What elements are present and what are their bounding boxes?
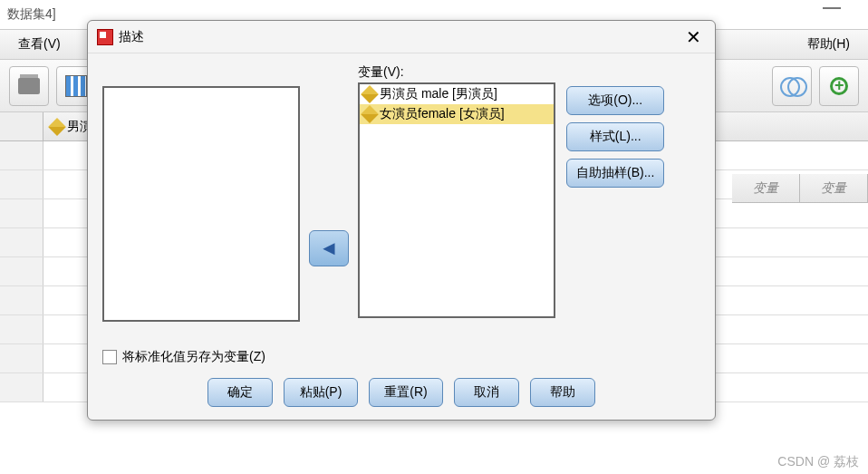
style-button[interactable]: 样式(L)... (566, 122, 664, 151)
describe-dialog: 描述 ✕ ◄ 变量(V): 男演员 male [男演员]女演员female [女… (87, 20, 716, 421)
bootstrap-button[interactable]: 自助抽样(B)... (566, 159, 664, 188)
row-header (0, 199, 43, 227)
dataset-title: 数据集4] (7, 6, 56, 23)
row-header (0, 286, 43, 314)
var-col-2[interactable]: 变量 (800, 174, 868, 202)
app-icon (97, 29, 113, 45)
var-col-1[interactable]: 变量 (732, 174, 800, 202)
row-header (0, 315, 43, 343)
save-z-row: 将标准化值另存为变量(Z) (88, 349, 715, 371)
dialog-buttons: 确定 粘贴(P) 重置(R) 取消 帮助 (88, 371, 715, 420)
arrow-left-icon: ◄ (319, 237, 339, 260)
cancel-button[interactable]: 取消 (454, 378, 519, 407)
menu-help[interactable]: 帮助(H) (807, 36, 850, 53)
move-left-button[interactable]: ◄ (309, 230, 349, 266)
venn-icon (780, 77, 804, 95)
variable-list-wrap: 变量(V): 男演员 male [男演员]女演员female [女演员] (358, 64, 555, 342)
dialog-title-bar: 描述 ✕ (88, 21, 715, 53)
options-button[interactable]: 选项(O)... (566, 86, 664, 115)
dialog-body: ◄ 变量(V): 男演员 male [男演员]女演员female [女演员] 选… (88, 53, 715, 349)
ok-button[interactable]: 确定 (207, 378, 273, 407)
plus-icon (830, 77, 848, 95)
row-header (0, 257, 43, 285)
print-button[interactable] (9, 66, 49, 106)
side-buttons: 选项(O)... 样式(L)... 自助抽样(B)... (566, 86, 664, 342)
variable-list[interactable]: 男演员 male [男演员]女演员female [女演员] (358, 82, 555, 318)
close-button[interactable]: ✕ (680, 24, 706, 50)
columns-icon (65, 75, 87, 97)
help-button[interactable]: 帮助 (530, 378, 595, 407)
save-z-label: 将标准化值另存为变量(Z) (122, 349, 265, 365)
list-item[interactable]: 女演员female [女演员] (360, 104, 554, 124)
reset-button[interactable]: 重置(R) (369, 378, 443, 407)
menu-view[interactable]: 查看(V) (18, 36, 61, 53)
row-header (0, 228, 43, 256)
printer-icon (18, 78, 40, 94)
item-label: 男演员 male [男演员] (380, 86, 497, 102)
venn-button[interactable] (772, 66, 812, 106)
source-list-wrap (102, 86, 300, 342)
scale-icon (361, 85, 379, 103)
item-label: 女演员female [女演员] (380, 106, 505, 122)
paste-button[interactable]: 粘贴(P) (284, 378, 358, 407)
variable-label: 变量(V): (358, 64, 555, 81)
row-header (0, 141, 43, 169)
add-button[interactable] (819, 66, 859, 106)
list-item[interactable]: 男演员 male [男演员] (360, 84, 554, 104)
scale-icon (48, 118, 66, 136)
source-list[interactable] (102, 86, 300, 322)
minimize-icon[interactable] (823, 7, 841, 9)
row-header (0, 373, 43, 401)
dialog-title: 描述 (119, 29, 144, 45)
corner-cell (0, 112, 43, 140)
watermark: CSDN @ 荔枝 (777, 454, 859, 470)
scale-icon (361, 105, 379, 123)
row-header (0, 344, 43, 372)
save-z-checkbox[interactable] (102, 350, 117, 364)
row-header (0, 170, 43, 198)
